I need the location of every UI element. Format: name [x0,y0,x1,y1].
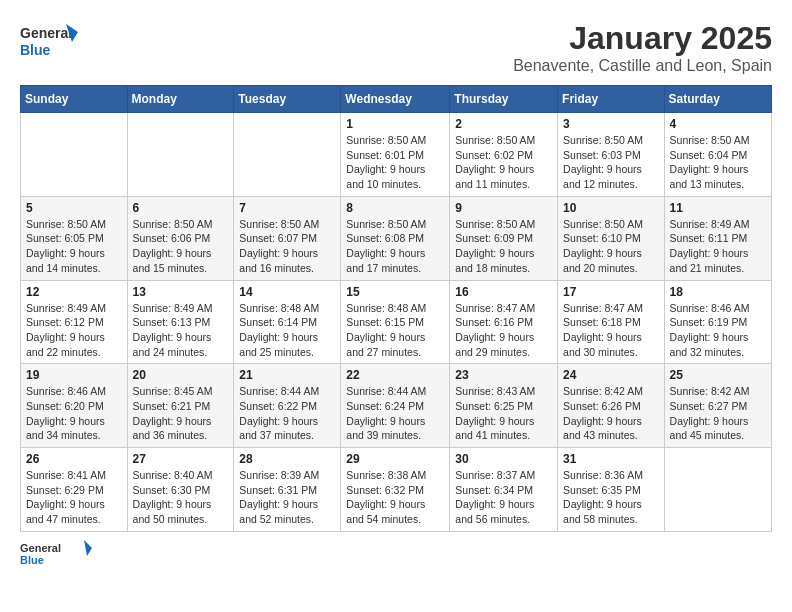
header: GeneralBlue January 2025 Benavente, Cast… [20,20,772,75]
day-info: Sunrise: 8:50 AM Sunset: 6:10 PM Dayligh… [563,217,659,276]
svg-text:General: General [20,542,61,554]
day-info: Sunrise: 8:50 AM Sunset: 6:09 PM Dayligh… [455,217,552,276]
day-info: Sunrise: 8:38 AM Sunset: 6:32 PM Dayligh… [346,468,444,527]
day-info: Sunrise: 8:44 AM Sunset: 6:22 PM Dayligh… [239,384,335,443]
logo-footer: General Blue [20,538,772,568]
day-info: Sunrise: 8:41 AM Sunset: 6:29 PM Dayligh… [26,468,122,527]
day-info: Sunrise: 8:50 AM Sunset: 6:02 PM Dayligh… [455,133,552,192]
day-info: Sunrise: 8:50 AM Sunset: 6:04 PM Dayligh… [670,133,766,192]
calendar-cell: 27Sunrise: 8:40 AM Sunset: 6:30 PM Dayli… [127,448,234,532]
calendar-cell: 1Sunrise: 8:50 AM Sunset: 6:01 PM Daylig… [341,113,450,197]
day-number: 20 [133,368,229,382]
day-info: Sunrise: 8:49 AM Sunset: 6:11 PM Dayligh… [670,217,766,276]
weekday-saturday: Saturday [664,86,771,113]
day-number: 19 [26,368,122,382]
day-info: Sunrise: 8:42 AM Sunset: 6:26 PM Dayligh… [563,384,659,443]
calendar-cell: 9Sunrise: 8:50 AM Sunset: 6:09 PM Daylig… [450,196,558,280]
weekday-monday: Monday [127,86,234,113]
day-info: Sunrise: 8:50 AM Sunset: 6:08 PM Dayligh… [346,217,444,276]
day-info: Sunrise: 8:50 AM Sunset: 6:05 PM Dayligh… [26,217,122,276]
calendar-table: SundayMondayTuesdayWednesdayThursdayFrid… [20,85,772,532]
day-number: 6 [133,201,229,215]
weekday-thursday: Thursday [450,86,558,113]
logo: GeneralBlue [20,20,80,60]
day-number: 8 [346,201,444,215]
calendar-cell [234,113,341,197]
day-info: Sunrise: 8:47 AM Sunset: 6:18 PM Dayligh… [563,301,659,360]
calendar-cell: 5Sunrise: 8:50 AM Sunset: 6:05 PM Daylig… [21,196,128,280]
calendar-cell: 17Sunrise: 8:47 AM Sunset: 6:18 PM Dayli… [558,280,665,364]
calendar-cell: 19Sunrise: 8:46 AM Sunset: 6:20 PM Dayli… [21,364,128,448]
day-number: 7 [239,201,335,215]
day-info: Sunrise: 8:45 AM Sunset: 6:21 PM Dayligh… [133,384,229,443]
day-info: Sunrise: 8:48 AM Sunset: 6:14 PM Dayligh… [239,301,335,360]
weekday-sunday: Sunday [21,86,128,113]
day-number: 27 [133,452,229,466]
calendar-cell: 8Sunrise: 8:50 AM Sunset: 6:08 PM Daylig… [341,196,450,280]
day-info: Sunrise: 8:44 AM Sunset: 6:24 PM Dayligh… [346,384,444,443]
week-row-5: 26Sunrise: 8:41 AM Sunset: 6:29 PM Dayli… [21,448,772,532]
calendar-cell: 4Sunrise: 8:50 AM Sunset: 6:04 PM Daylig… [664,113,771,197]
day-info: Sunrise: 8:36 AM Sunset: 6:35 PM Dayligh… [563,468,659,527]
day-number: 15 [346,285,444,299]
weekday-tuesday: Tuesday [234,86,341,113]
day-number: 24 [563,368,659,382]
day-info: Sunrise: 8:39 AM Sunset: 6:31 PM Dayligh… [239,468,335,527]
calendar-cell: 6Sunrise: 8:50 AM Sunset: 6:06 PM Daylig… [127,196,234,280]
calendar-cell: 13Sunrise: 8:49 AM Sunset: 6:13 PM Dayli… [127,280,234,364]
week-row-4: 19Sunrise: 8:46 AM Sunset: 6:20 PM Dayli… [21,364,772,448]
calendar-cell [21,113,128,197]
day-number: 17 [563,285,659,299]
day-info: Sunrise: 8:49 AM Sunset: 6:13 PM Dayligh… [133,301,229,360]
calendar-cell: 3Sunrise: 8:50 AM Sunset: 6:03 PM Daylig… [558,113,665,197]
day-number: 1 [346,117,444,131]
day-number: 12 [26,285,122,299]
day-number: 26 [26,452,122,466]
calendar-cell: 20Sunrise: 8:45 AM Sunset: 6:21 PM Dayli… [127,364,234,448]
day-info: Sunrise: 8:46 AM Sunset: 6:20 PM Dayligh… [26,384,122,443]
footer-logo: General Blue [20,538,110,568]
day-info: Sunrise: 8:42 AM Sunset: 6:27 PM Dayligh… [670,384,766,443]
day-info: Sunrise: 8:40 AM Sunset: 6:30 PM Dayligh… [133,468,229,527]
calendar-cell: 24Sunrise: 8:42 AM Sunset: 6:26 PM Dayli… [558,364,665,448]
week-row-2: 5Sunrise: 8:50 AM Sunset: 6:05 PM Daylig… [21,196,772,280]
day-number: 3 [563,117,659,131]
day-info: Sunrise: 8:50 AM Sunset: 6:01 PM Dayligh… [346,133,444,192]
calendar-cell: 26Sunrise: 8:41 AM Sunset: 6:29 PM Dayli… [21,448,128,532]
week-row-1: 1Sunrise: 8:50 AM Sunset: 6:01 PM Daylig… [21,113,772,197]
calendar-cell: 16Sunrise: 8:47 AM Sunset: 6:16 PM Dayli… [450,280,558,364]
calendar-cell: 11Sunrise: 8:49 AM Sunset: 6:11 PM Dayli… [664,196,771,280]
calendar-cell: 2Sunrise: 8:50 AM Sunset: 6:02 PM Daylig… [450,113,558,197]
weekday-header-row: SundayMondayTuesdayWednesdayThursdayFrid… [21,86,772,113]
day-number: 28 [239,452,335,466]
day-info: Sunrise: 8:50 AM Sunset: 6:07 PM Dayligh… [239,217,335,276]
svg-text:General: General [20,25,72,41]
day-number: 22 [346,368,444,382]
day-info: Sunrise: 8:37 AM Sunset: 6:34 PM Dayligh… [455,468,552,527]
day-info: Sunrise: 8:48 AM Sunset: 6:15 PM Dayligh… [346,301,444,360]
day-number: 5 [26,201,122,215]
calendar-cell: 14Sunrise: 8:48 AM Sunset: 6:14 PM Dayli… [234,280,341,364]
calendar-cell: 28Sunrise: 8:39 AM Sunset: 6:31 PM Dayli… [234,448,341,532]
day-info: Sunrise: 8:43 AM Sunset: 6:25 PM Dayligh… [455,384,552,443]
weekday-friday: Friday [558,86,665,113]
day-number: 13 [133,285,229,299]
calendar-cell: 12Sunrise: 8:49 AM Sunset: 6:12 PM Dayli… [21,280,128,364]
day-number: 11 [670,201,766,215]
day-info: Sunrise: 8:50 AM Sunset: 6:06 PM Dayligh… [133,217,229,276]
day-info: Sunrise: 8:49 AM Sunset: 6:12 PM Dayligh… [26,301,122,360]
calendar-cell: 7Sunrise: 8:50 AM Sunset: 6:07 PM Daylig… [234,196,341,280]
day-info: Sunrise: 8:46 AM Sunset: 6:19 PM Dayligh… [670,301,766,360]
calendar-cell: 18Sunrise: 8:46 AM Sunset: 6:19 PM Dayli… [664,280,771,364]
calendar-cell: 30Sunrise: 8:37 AM Sunset: 6:34 PM Dayli… [450,448,558,532]
week-row-3: 12Sunrise: 8:49 AM Sunset: 6:12 PM Dayli… [21,280,772,364]
calendar-cell: 10Sunrise: 8:50 AM Sunset: 6:10 PM Dayli… [558,196,665,280]
day-info: Sunrise: 8:47 AM Sunset: 6:16 PM Dayligh… [455,301,552,360]
calendar-cell [664,448,771,532]
calendar-cell: 25Sunrise: 8:42 AM Sunset: 6:27 PM Dayli… [664,364,771,448]
calendar-cell: 22Sunrise: 8:44 AM Sunset: 6:24 PM Dayli… [341,364,450,448]
day-number: 16 [455,285,552,299]
calendar-cell: 29Sunrise: 8:38 AM Sunset: 6:32 PM Dayli… [341,448,450,532]
day-number: 21 [239,368,335,382]
day-number: 23 [455,368,552,382]
